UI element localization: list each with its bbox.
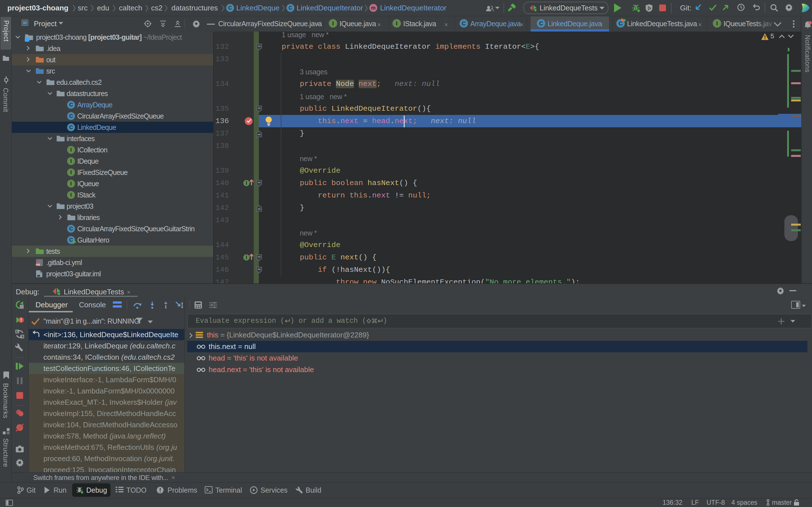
svg-text:YML: YML xyxy=(36,263,41,266)
svg-text:!: ! xyxy=(20,318,22,323)
svg-text:I: I xyxy=(246,180,247,186)
svg-text:I: I xyxy=(246,255,247,260)
